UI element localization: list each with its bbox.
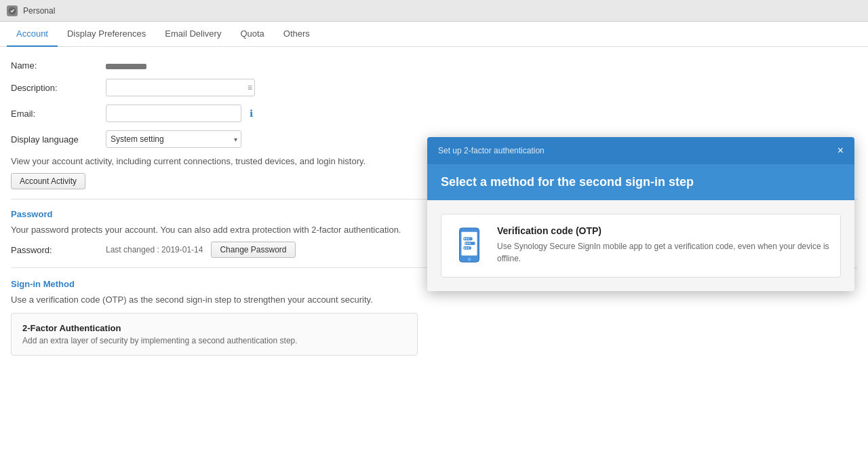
modal-subtitle: Select a method for the second sign-in s… [441,175,841,189]
otp-info: Verification code (OTP) Use Synology Sec… [497,225,829,265]
title-bar: Personal [0,0,868,22]
tab-quota[interactable]: Quota [231,22,273,47]
description-row: Description: ≡ [11,79,857,96]
tab-email-delivery[interactable]: Email Delivery [155,22,231,47]
display-language-select[interactable]: System setting English Chinese (Traditio… [106,130,241,148]
svg-point-6 [466,238,467,240]
description-label: Description: [11,83,106,93]
svg-point-11 [464,247,465,248]
activity-description: View your account activity, including cu… [11,156,418,166]
app-icon [7,5,18,16]
tab-others[interactable]: Others [274,22,319,47]
sign-in-description: Use a verification code (OTP) as the sec… [11,295,857,305]
svg-point-12 [466,247,467,248]
name-value [106,60,146,71]
modal-close-button[interactable]: × [837,145,844,156]
email-input-group: ℹ [106,105,253,122]
otp-phone-icon [452,225,486,266]
display-language-select-wrapper: System setting English Chinese (Traditio… [106,130,241,148]
tab-display-preferences[interactable]: Display Preferences [58,22,155,47]
password-description: Your password protects your account. You… [11,225,418,235]
tab-account[interactable]: Account [7,22,58,47]
email-input[interactable] [106,105,241,122]
email-row: Email: ℹ [11,105,857,122]
svg-point-10 [469,243,471,244]
email-info-icon[interactable]: ℹ [250,108,253,119]
two-factor-box: 2-Factor Authentication Add an extra lay… [11,313,418,356]
svg-point-5 [464,238,465,240]
account-activity-button[interactable]: Account Activity [11,173,85,189]
description-input[interactable] [106,79,255,96]
otp-card-title: Verification code (OTP) [497,225,829,236]
svg-point-13 [468,247,469,248]
title-bar-text: Personal [23,6,55,16]
modal-header-title: Set up 2-factor authentication [438,146,545,155]
svg-point-9 [467,243,469,244]
description-input-wrapper: ≡ [106,79,255,96]
modal-header: Set up 2-factor authentication × [427,137,854,164]
tab-bar: Account Display Preferences Email Delive… [0,22,868,47]
otp-method-card[interactable]: Verification code (OTP) Use Synology Sec… [441,214,841,278]
otp-card-description: Use Synology Secure SignIn mobile app to… [497,240,829,265]
svg-point-8 [465,243,467,244]
two-factor-title: 2-Factor Authentication [22,323,406,333]
password-last-changed: Last changed : 2019-01-14 [106,245,203,254]
description-icon: ≡ [248,83,252,92]
change-password-button[interactable]: Change Password [211,242,295,258]
modal-body: Verification code (OTP) Use Synology Sec… [427,200,854,291]
modal-subtitle-bar: Select a method for the second sign-in s… [427,164,854,200]
password-label: Password: [11,245,106,255]
main-content: Account Display Preferences Email Delive… [0,22,868,473]
modal-2fa: Set up 2-factor authentication × Select … [427,137,854,291]
name-label: Name: [11,60,106,71]
two-factor-description: Add an extra layer of security by implem… [22,336,406,345]
display-language-label: Display language [11,134,106,145]
email-label: Email: [11,109,106,119]
svg-point-14 [468,258,471,261]
svg-point-7 [468,238,469,240]
name-row: Name: [11,60,857,71]
